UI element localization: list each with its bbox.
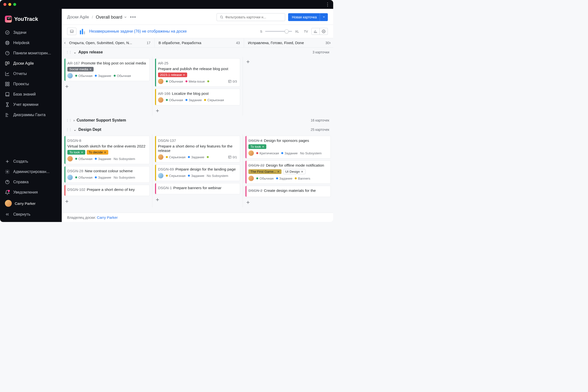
- column-header[interactable]: В обработке, Разработка43: [154, 38, 244, 47]
- sidebar-item-gear[interactable]: Администрирован...: [0, 166, 62, 177]
- help-icon: [5, 180, 10, 184]
- card-title: Localize the blog post: [172, 92, 209, 96]
- close-icon[interactable]: ✕: [81, 151, 83, 154]
- tag[interactable]: To decide ✕: [87, 150, 108, 154]
- tag[interactable]: To look ✕: [248, 144, 266, 149]
- sidebar-item-check-circle[interactable]: Задачи: [0, 28, 62, 38]
- card[interactable]: DSGN-2 Create design materials for the: [245, 186, 331, 197]
- card[interactable]: DSGN-4 Design for sponsors pages To look…: [245, 136, 331, 158]
- add-card-button[interactable]: +: [155, 196, 240, 203]
- swimlane-header[interactable]: ⋮⋮⌄Design Dept25 карточек: [62, 125, 333, 134]
- filter-input[interactable]: [225, 15, 282, 19]
- tag[interactable]: Social media ✕: [68, 67, 94, 72]
- subtasks-count[interactable]: 0/3: [228, 80, 237, 83]
- drag-handle-icon[interactable]: ⋮⋮: [66, 50, 72, 54]
- avatar: [248, 176, 254, 181]
- card[interactable]: DSGN-137 Prepare a short demo of key fea…: [155, 136, 240, 162]
- backlog-link[interactable]: Незавершенные задачи (76) не отображены …: [89, 29, 187, 34]
- grid-icon: [5, 82, 10, 86]
- sidebar-item-gauge[interactable]: Панели мониторин...: [0, 48, 62, 58]
- sidebar-item-grid[interactable]: Проекты: [0, 79, 62, 89]
- chevron-down-icon[interactable]: ⌄: [74, 128, 76, 132]
- subtasks-count[interactable]: 0/1: [228, 155, 237, 159]
- window-minimize-button[interactable]: [8, 3, 11, 6]
- sidebar-item-gantt[interactable]: Диаграммы Ганта: [0, 110, 62, 120]
- card-field: Meta-issue: [186, 80, 205, 83]
- card[interactable]: DSGN-1 Prepare banners for webinar: [155, 183, 240, 194]
- column-header[interactable]: Исправлена, Готово, Fixed, Done30: [244, 38, 333, 47]
- sidebar-item-chart[interactable]: Отчеты: [0, 68, 62, 79]
- card-title: Prepare a short demo of key features for…: [158, 144, 237, 153]
- swimlane-header[interactable]: ⋮⋮⌄Apps release3 карточки: [62, 48, 333, 57]
- current-user[interactable]: Carry Parker: [0, 198, 62, 209]
- sidebar-item-bell[interactable]: Уведомления: [0, 187, 62, 198]
- close-icon[interactable]: ✕: [262, 145, 264, 148]
- breadcrumb-root[interactable]: Доски Agile: [67, 15, 89, 20]
- sidebar-item-book[interactable]: База знаний: [0, 89, 62, 100]
- card[interactable]: DSGN-8 Virtual booth sketch for the onli…: [64, 136, 150, 164]
- chart-toggle-button[interactable]: [80, 28, 86, 34]
- window-maximize-button[interactable]: [13, 3, 16, 6]
- app-name: YouTrack: [14, 16, 38, 22]
- swimlane-header[interactable]: ⋮⋮›Customer Support System16 карточек: [62, 116, 333, 125]
- card[interactable]: AR-167 Promote the blog post on social m…: [64, 58, 150, 81]
- sidebar-item-help[interactable]: Справка: [0, 177, 62, 187]
- tag[interactable]: 2023.1 release ✕: [158, 72, 187, 77]
- sidebar-item-board[interactable]: Доски Agile: [0, 58, 62, 68]
- swimlane-column: DSGN-4 Design for sponsors pages To look…: [243, 134, 333, 207]
- tag[interactable]: UI Design ✕: [283, 169, 305, 174]
- chart-view-button[interactable]: [312, 28, 320, 35]
- close-icon[interactable]: ✕: [277, 170, 280, 174]
- sidebar-item-lifebuoy[interactable]: Helpdesk: [0, 38, 62, 48]
- close-icon[interactable]: ✕: [183, 73, 185, 77]
- sidebar-item-hourglass[interactable]: Учет времени: [0, 100, 62, 110]
- chevron-right-icon[interactable]: ›: [74, 118, 75, 122]
- svg-rect-8: [6, 84, 7, 86]
- add-card-button[interactable]: +: [155, 107, 240, 114]
- column-header[interactable]: Открыта, Open, Submitted, Open, N...17: [62, 38, 154, 47]
- board-owner-link[interactable]: Carry Parker: [97, 215, 118, 220]
- sidebar-collapse-button[interactable]: Свернуть: [0, 209, 62, 220]
- user-name: Carry Parker: [15, 202, 36, 206]
- new-card-button[interactable]: Новая карточка: [288, 13, 321, 21]
- window-menu-button[interactable]: ⋮: [325, 2, 330, 7]
- add-card-button[interactable]: +: [64, 83, 150, 90]
- window-titlebar: ⋮: [0, 0, 333, 9]
- card-size-slider[interactable]: [265, 31, 292, 32]
- card-id: DSGN-137: [158, 138, 176, 142]
- close-icon[interactable]: ✕: [89, 68, 92, 71]
- sidebar-item-plus[interactable]: Создать: [0, 156, 62, 166]
- window-close-button[interactable]: [4, 3, 6, 6]
- backlog-tray-button[interactable]: [67, 28, 76, 35]
- card-id: AR-166: [158, 92, 170, 96]
- app-logo[interactable]: YT YouTrack: [0, 14, 62, 28]
- card-field: Обычная: [256, 177, 274, 180]
- card[interactable]: DSGN-69 Prepare design for the landing p…: [155, 164, 240, 181]
- add-card-button[interactable]: +: [245, 58, 331, 65]
- drag-handle-icon[interactable]: ⋮⋮: [66, 128, 72, 132]
- swimlane-column: DSGN-8 Virtual booth sketch for the onli…: [62, 134, 152, 207]
- add-card-button[interactable]: +: [245, 199, 331, 206]
- close-icon[interactable]: ✕: [301, 170, 303, 174]
- card[interactable]: DSGN-28 New contrast colour scheme Обычн…: [64, 166, 150, 183]
- card[interactable]: AR-25 Prepare and publish the release bl…: [155, 58, 240, 87]
- drag-handle-icon[interactable]: ⋮⋮: [66, 118, 72, 122]
- card[interactable]: AR-166 Localize the blog post ОбычнаяЗад…: [155, 89, 240, 105]
- board-settings-button[interactable]: [320, 28, 328, 35]
- chevron-down-icon[interactable]: ⌄: [74, 50, 76, 54]
- card[interactable]: DSGN-22 Design for offline mode notifica…: [245, 160, 331, 184]
- close-icon[interactable]: ✕: [104, 151, 106, 154]
- sidebar: YT YouTrack ЗадачиHelpdeskПанели монитор…: [0, 9, 62, 222]
- new-card-dropdown-button[interactable]: [320, 13, 328, 21]
- tag[interactable]: To look ✕: [68, 150, 85, 154]
- tag[interactable]: The First Game... ✕: [248, 169, 282, 174]
- add-card-button[interactable]: +: [64, 198, 150, 205]
- breadcrumb-current[interactable]: Overall board: [96, 15, 127, 20]
- card-title: New contrast colour scheme: [85, 169, 133, 173]
- card-field: Обычная: [166, 80, 183, 83]
- chevron-down-icon: [124, 16, 127, 19]
- more-actions-button[interactable]: •••: [130, 15, 136, 20]
- card[interactable]: DSGN-102 Prepare a short demo of key: [64, 185, 150, 196]
- card-field: Задание: [95, 157, 111, 161]
- filter-search[interactable]: [216, 13, 285, 21]
